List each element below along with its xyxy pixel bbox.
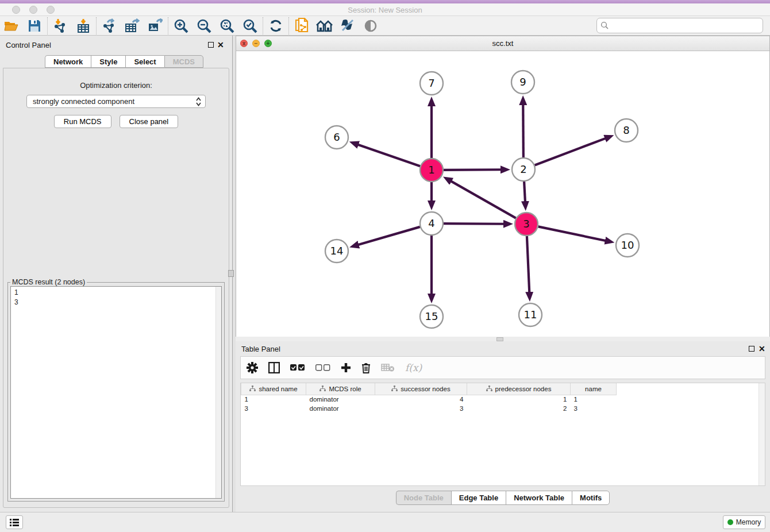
close-panel-button[interactable]: Close panel: [120, 115, 179, 128]
table-cell[interactable]: 1: [467, 395, 571, 404]
graph-node-label: 9: [519, 76, 526, 88]
node-table-body: 1dominator4113dominator323: [241, 395, 617, 413]
control-panel-float-button[interactable]: [208, 42, 214, 48]
mcds-panel: Optimization criterion: strongly connect…: [3, 68, 229, 508]
import-network-button[interactable]: [49, 17, 72, 35]
search-input[interactable]: [596, 18, 763, 33]
optimization-criterion-value: strongly connected component: [33, 97, 134, 106]
hide-panel-button[interactable]: [336, 17, 359, 35]
export-table-icon: [125, 18, 140, 33]
export-table-button[interactable]: [121, 17, 144, 35]
control-panel-title: Control Panel: [6, 41, 51, 49]
clone-network-button[interactable]: [290, 17, 313, 35]
delete-row-button[interactable]: [361, 363, 371, 373]
graph-edge-1-2[interactable]: [444, 169, 501, 170]
column-header-successor-nodes[interactable]: successor nodes: [375, 383, 467, 395]
graph-edge-2-9[interactable]: [523, 105, 523, 157]
column-header-predecessor-nodes[interactable]: predecessor nodes: [467, 383, 571, 395]
select-all-button[interactable]: [290, 364, 305, 371]
node-table-scrollbar[interactable]: [759, 383, 765, 486]
show-panel-button[interactable]: [359, 17, 382, 35]
graph-edge-3-11[interactable]: [527, 236, 529, 292]
graph-edge-1-6[interactable]: [358, 145, 420, 166]
zoom-fit-button[interactable]: [215, 17, 238, 35]
tab-select[interactable]: Select: [125, 55, 164, 68]
export-network-button[interactable]: [98, 17, 121, 35]
tab-network[interactable]: Network: [45, 55, 91, 68]
zoom-in-button[interactable]: [170, 17, 192, 35]
graph-node-label: 10: [621, 239, 634, 251]
graph-node-label: 2: [520, 163, 526, 175]
save-icon: [28, 20, 41, 32]
deselect-all-button[interactable]: [315, 364, 330, 371]
optimization-criterion-select[interactable]: strongly connected component: [26, 95, 206, 108]
export-image-button[interactable]: [144, 17, 167, 35]
attribute-icon: [319, 385, 326, 392]
toolbar-separator: [47, 17, 48, 34]
tab-motifs[interactable]: Motifs: [572, 491, 610, 505]
tab-edge-table[interactable]: Edge Table: [451, 491, 506, 505]
mcds-result-text[interactable]: 1 3: [10, 286, 222, 499]
table-row[interactable]: 3dominator323: [241, 404, 617, 413]
delete-column-button[interactable]: [381, 363, 395, 372]
table-cell[interactable]: 3: [241, 404, 306, 413]
main-toolbar: [0, 16, 770, 36]
graph-edge-3-1[interactable]: [451, 181, 516, 218]
home-icon: [316, 20, 333, 32]
panel-splitter-handle[interactable]: [228, 270, 234, 277]
table-cell[interactable]: 4: [375, 395, 467, 404]
network-maximize-button[interactable]: +: [264, 40, 272, 47]
toolbar-separator: [96, 17, 97, 34]
open-session-button[interactable]: [0, 17, 23, 35]
task-history-button[interactable]: [6, 515, 23, 529]
graph-edge-2-3[interactable]: [524, 182, 525, 202]
zoom-selected-button[interactable]: [238, 17, 261, 35]
toolbar-separator: [263, 17, 263, 34]
run-mcds-button[interactable]: Run MCDS: [54, 115, 111, 128]
table-splitter-handle[interactable]: [496, 337, 503, 341]
control-panel-close-button[interactable]: ✕: [217, 40, 224, 49]
table-cell[interactable]: 3: [375, 404, 467, 413]
tab-node-table[interactable]: Node Table: [396, 491, 451, 505]
network-canvas[interactable]: 7968124314101511: [236, 51, 769, 340]
graph-edge-3-10[interactable]: [538, 226, 606, 241]
network-close-button[interactable]: x: [240, 40, 248, 47]
network-graph: 7968124314101511: [236, 51, 769, 340]
column-header-name[interactable]: name: [571, 383, 617, 395]
refresh-view-button[interactable]: [264, 17, 287, 35]
import-table-button[interactable]: [72, 17, 95, 35]
add-row-button[interactable]: [341, 363, 351, 373]
column-header-shared-name[interactable]: shared name: [241, 383, 306, 395]
table-cell[interactable]: dominator: [306, 404, 375, 413]
table-panel-close-button[interactable]: ✕: [759, 344, 765, 353]
memory-button[interactable]: Memory: [723, 515, 765, 529]
graph-edge-4-14[interactable]: [358, 227, 419, 245]
tab-network-table[interactable]: Network Table: [506, 491, 572, 505]
table-cell[interactable]: 1: [571, 395, 617, 404]
table-cell[interactable]: 3: [571, 404, 617, 413]
tab-style[interactable]: Style: [91, 55, 125, 68]
memory-status-icon: [727, 519, 733, 525]
home-layout-button[interactable]: [313, 17, 336, 35]
mcds-result-group: MCDS result (2 nodes) 1 3: [7, 282, 225, 502]
table-settings-button[interactable]: [247, 362, 258, 373]
split-view-button[interactable]: [268, 362, 280, 373]
graph-node-label: 3: [523, 218, 529, 230]
node-table-wrap: shared nameMCDS rolesuccessor nodesprede…: [240, 383, 765, 486]
tab-mcds[interactable]: MCDS: [164, 55, 203, 68]
graph-edge-4-3[interactable]: [444, 223, 504, 224]
table-row[interactable]: 1dominator411: [241, 395, 617, 404]
apply-function-button[interactable]: f(x): [405, 362, 422, 373]
plus-icon: [341, 363, 351, 373]
network-minimize-button[interactable]: −: [252, 40, 260, 47]
zoom-out-button[interactable]: [192, 17, 215, 35]
table-cell[interactable]: 2: [467, 404, 571, 413]
mcds-result-scrollbar[interactable]: [215, 287, 221, 498]
table-panel-float-button[interactable]: [749, 346, 754, 352]
graph-edge-2-8[interactable]: [535, 138, 606, 165]
save-session-button[interactable]: [23, 17, 46, 35]
table-cell[interactable]: dominator: [306, 395, 375, 404]
table-cell[interactable]: 1: [241, 395, 306, 404]
column-header-MCDS-role[interactable]: MCDS role: [306, 383, 375, 395]
task-list-icon: [10, 518, 19, 526]
